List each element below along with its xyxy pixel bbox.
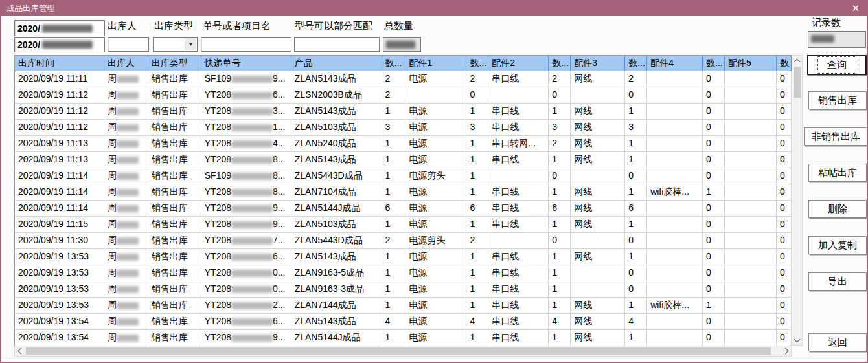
cell-value[interactable]: 4: [625, 314, 647, 330]
column-header[interactable]: 数: [777, 56, 792, 71]
cell-value[interactable]: [405, 87, 466, 104]
cell-value[interactable]: [647, 265, 703, 281]
cell-courier[interactable]: YT2089...: [201, 330, 291, 346]
cell-person[interactable]: 周: [104, 71, 148, 87]
cell-value[interactable]: 0: [777, 152, 792, 168]
cell-value[interactable]: 1: [549, 217, 571, 233]
cell-value[interactable]: 0: [777, 314, 792, 330]
cell-value[interactable]: 电源: [405, 201, 466, 217]
cell-value[interactable]: 1: [625, 136, 647, 152]
cell-product[interactable]: ZLAN5143成品: [291, 71, 382, 87]
cell-value[interactable]: 1: [382, 265, 406, 281]
cell-courier[interactable]: YT2088...: [201, 152, 291, 168]
cell-product[interactable]: ZLAN5144J成品: [291, 201, 382, 217]
cell-value[interactable]: [647, 249, 703, 265]
cell-value[interactable]: [647, 71, 703, 87]
cell-value[interactable]: 1: [703, 298, 725, 314]
cell-type[interactable]: 销售出库: [148, 71, 201, 87]
cell-value[interactable]: 6: [466, 201, 488, 217]
cell-value[interactable]: [647, 120, 703, 136]
cell-value[interactable]: 0: [703, 136, 725, 152]
date-from-input[interactable]: 2020/: [14, 20, 105, 36]
cell-time[interactable]: 2020/09/19 11:13: [15, 136, 104, 152]
column-header[interactable]: 快递单号: [201, 56, 291, 71]
cell-product[interactable]: ZLAN5143成品: [291, 314, 382, 330]
cell-time[interactable]: 2020/09/19 13:54: [15, 330, 104, 346]
cell-value[interactable]: 3: [382, 120, 406, 136]
cell-value[interactable]: 2: [549, 136, 571, 152]
table-row[interactable]: 2020/09/19 11:12周销售出库YT2083...ZLAN5143成品…: [15, 104, 792, 120]
cell-value[interactable]: 6: [549, 201, 571, 217]
horizontal-scroll-thumb[interactable]: [26, 347, 771, 355]
cell-type[interactable]: 销售出库: [148, 281, 201, 298]
column-header[interactable]: 配件2: [488, 56, 549, 71]
cell-time[interactable]: 2020/09/19 13:53: [15, 298, 104, 314]
cell-person[interactable]: 周: [104, 120, 148, 136]
cell-value[interactable]: 3: [625, 120, 647, 136]
cell-person[interactable]: 周: [104, 104, 148, 120]
cell-value[interactable]: 0: [777, 71, 792, 87]
cell-value[interactable]: [647, 136, 703, 152]
cell-value[interactable]: [725, 249, 777, 265]
cell-time[interactable]: 2020/09/19 11:11: [15, 71, 104, 87]
cell-value[interactable]: 0: [703, 281, 725, 298]
cell-value[interactable]: 1: [549, 298, 571, 314]
cell-value[interactable]: 4: [549, 314, 571, 330]
cell-value[interactable]: wifi胶棒...: [647, 298, 703, 314]
cell-value[interactable]: 串口线: [488, 152, 549, 168]
cell-value[interactable]: 1: [466, 168, 488, 184]
cell-value[interactable]: 串口线: [488, 314, 549, 330]
cell-value[interactable]: 电源: [405, 184, 466, 201]
column-header[interactable]: 配件4: [647, 56, 703, 71]
cell-product[interactable]: ZLAN9163-5成品: [291, 265, 382, 281]
cell-value[interactable]: 2: [466, 71, 488, 87]
cell-value[interactable]: 1: [625, 217, 647, 233]
cell-time[interactable]: 2020/09/19 11:13: [15, 152, 104, 168]
cell-value[interactable]: [647, 314, 703, 330]
column-header[interactable]: 出库人: [104, 56, 148, 71]
cell-value[interactable]: [725, 104, 777, 120]
cell-value[interactable]: 0: [625, 265, 647, 281]
cell-value[interactable]: 1: [549, 249, 571, 265]
cell-value[interactable]: 串口线: [488, 120, 549, 136]
cell-value[interactable]: [725, 298, 777, 314]
cell-courier[interactable]: YT2086...: [201, 87, 291, 104]
cell-value[interactable]: 0: [777, 168, 792, 184]
cell-value[interactable]: 6: [625, 201, 647, 217]
scroll-left-icon[interactable]: [15, 346, 25, 356]
cell-value[interactable]: 1: [466, 184, 488, 201]
close-icon[interactable]: ✕: [847, 1, 864, 16]
cell-product[interactable]: ZLAN5240成品: [291, 136, 382, 152]
cell-value[interactable]: [571, 281, 625, 298]
cell-value[interactable]: 1: [466, 265, 488, 281]
cell-value[interactable]: [725, 136, 777, 152]
cell-value[interactable]: 串口线: [488, 201, 549, 217]
column-header[interactable]: 数...: [549, 56, 571, 71]
date-to-input[interactable]: 2020/: [14, 37, 105, 52]
cell-courier[interactable]: YT2084...: [201, 136, 291, 152]
table-row[interactable]: 2020/09/19 11:12周销售出库YT2081...ZLAN5103成品…: [15, 120, 792, 136]
cell-value[interactable]: [725, 201, 777, 217]
cell-value[interactable]: 1: [466, 217, 488, 233]
cell-product[interactable]: ZLAN5143成品: [291, 152, 382, 168]
cell-value[interactable]: 3: [549, 120, 571, 136]
cell-value[interactable]: [725, 314, 777, 330]
cell-value[interactable]: 0: [777, 281, 792, 298]
cell-product[interactable]: ZLSN2003B成品: [291, 87, 382, 104]
cell-type[interactable]: 销售出库: [148, 217, 201, 233]
cell-value[interactable]: [647, 87, 703, 104]
cell-product[interactable]: ZLAN7144成品: [291, 298, 382, 314]
cell-value[interactable]: 1: [549, 184, 571, 201]
cell-value[interactable]: 1: [549, 152, 571, 168]
cell-value[interactable]: [725, 265, 777, 281]
cell-value[interactable]: 网线: [571, 330, 625, 346]
cell-value[interactable]: 网线: [571, 120, 625, 136]
cell-value[interactable]: 0: [703, 330, 725, 346]
non-sale-out-button[interactable]: 非销售出库: [804, 127, 868, 146]
table-row[interactable]: 2020/09/19 13:53周销售出库YT2080...ZLAN9163-5…: [15, 265, 792, 281]
cell-value[interactable]: [571, 265, 625, 281]
cell-value[interactable]: 串口转网...: [488, 136, 549, 152]
cell-value[interactable]: 串口线: [488, 184, 549, 201]
table-row[interactable]: 2020/09/19 11:14周销售出库YT2088...ZLAN7104成品…: [15, 184, 792, 201]
cell-person[interactable]: 周: [104, 217, 148, 233]
